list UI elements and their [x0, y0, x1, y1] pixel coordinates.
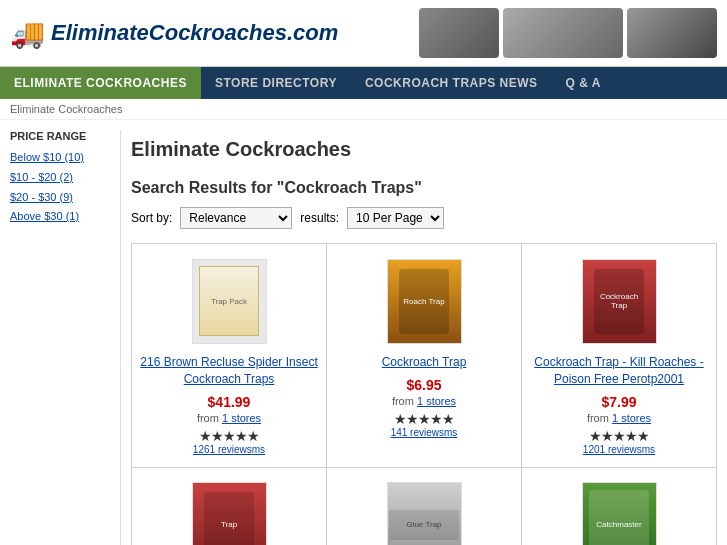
- product-image-3: Cockroach Trap: [579, 256, 659, 346]
- product-reviews-2[interactable]: 141 reviewsms: [391, 427, 458, 438]
- search-title: Search Results for "Cockroach Traps": [131, 179, 717, 197]
- product-from-3: from 1 stores: [587, 412, 651, 424]
- product-image-1: Trap Pack: [189, 256, 269, 346]
- product-price-2: $6.95: [406, 377, 441, 393]
- product-stores-link-3[interactable]: 1 stores: [612, 412, 651, 424]
- breadcrumb-link[interactable]: Eliminate Cockroaches: [10, 103, 123, 115]
- price-filter-below10[interactable]: Below $10 (10): [10, 148, 120, 168]
- sidebar: PRICE RANGE Below $10 (10) $10 - $20 (2)…: [10, 130, 120, 545]
- results-select[interactable]: 10 Per Page20 Per Page50 Per Page: [347, 207, 444, 229]
- product-stars-2: ★★★★★: [394, 411, 454, 427]
- product-cell-2: Roach Trap Cockroach Trap $6.95 from 1 s…: [327, 244, 522, 468]
- product-cell-5: Glue Trap Cockroach Glue Trap $3.49 from…: [327, 468, 522, 545]
- sort-select[interactable]: RelevancePrice Low-HighPrice High-LowRat…: [180, 207, 292, 229]
- sort-label: Sort by:: [131, 211, 172, 225]
- sort-bar: Sort by: RelevancePrice Low-HighPrice Hi…: [131, 207, 717, 229]
- product-grid: Trap Pack 216 Brown Recluse Spider Insec…: [131, 243, 717, 545]
- product-from-1: from 1 stores: [197, 412, 261, 424]
- product-img-box-3: Cockroach Trap: [582, 259, 657, 344]
- page-title: Eliminate Cockroaches: [131, 130, 717, 169]
- product-name-3[interactable]: Cockroach Trap - Kill Roaches - Poison F…: [530, 354, 708, 388]
- product-img-box-1: Trap Pack: [192, 259, 267, 344]
- product-stars-3: ★★★★★: [589, 428, 649, 444]
- price-filter-10-20[interactable]: $10 - $20 (2): [10, 168, 120, 188]
- search-results-content: Eliminate Cockroaches Search Results for…: [120, 130, 717, 545]
- sidebar-title: PRICE RANGE: [10, 130, 120, 142]
- product-cell-4: Trap Cockroach Trap Roach Killer $5.99 f…: [132, 468, 327, 545]
- product-img-box-2: Roach Trap: [387, 259, 462, 344]
- truck-icon: 🚚: [10, 17, 45, 50]
- nav-item-store[interactable]: STORE DIRECTORY: [201, 67, 351, 99]
- product-price-3: $7.99: [601, 394, 636, 410]
- main-content: PRICE RANGE Below $10 (10) $10 - $20 (2)…: [0, 120, 727, 545]
- product-stores-link-2[interactable]: 1 stores: [417, 395, 456, 407]
- product-cell-3: Cockroach Trap Cockroach Trap - Kill Roa…: [522, 244, 717, 468]
- product-img-box-5: Glue Trap: [387, 482, 462, 545]
- header-images: [419, 8, 717, 58]
- nav-item-eliminate[interactable]: ELIMINATE COCKROACHES: [0, 67, 201, 99]
- header-img-1: [419, 8, 499, 58]
- header-img-2: [503, 8, 623, 58]
- product-img-box-6: Catchmaster: [582, 482, 657, 545]
- nav-item-news[interactable]: COCKROACH TRAPS NEWS: [351, 67, 552, 99]
- product-image-2: Roach Trap: [384, 256, 464, 346]
- results-label: results:: [300, 211, 339, 225]
- product-cell-1: Trap Pack 216 Brown Recluse Spider Insec…: [132, 244, 327, 468]
- price-filter-20-30[interactable]: $20 - $30 (9): [10, 188, 120, 208]
- product-from-2: from 1 stores: [392, 395, 456, 407]
- site-name: EliminateCockroaches.com: [51, 20, 338, 46]
- product-img-box-4: Trap: [192, 482, 267, 545]
- product-image-5: Glue Trap: [384, 480, 464, 545]
- header-img-3: [627, 8, 717, 58]
- product-reviews-3[interactable]: 1201 reviewsms: [583, 444, 655, 455]
- product-stars-1: ★★★★★: [199, 428, 259, 444]
- product-name-1[interactable]: 216 Brown Recluse Spider Insect Cockroac…: [140, 354, 318, 388]
- product-cell-6: Catchmaster Catchmaster Roach Trap $4.99…: [522, 468, 717, 545]
- price-filter-above30[interactable]: Above $30 (1): [10, 207, 120, 227]
- product-image-6: Catchmaster: [579, 480, 659, 545]
- logo[interactable]: 🚚 EliminateCockroaches.com: [10, 17, 338, 50]
- product-price-1: $41.99: [208, 394, 251, 410]
- product-stores-link-1[interactable]: 1 stores: [222, 412, 261, 424]
- header: 🚚 EliminateCockroaches.com: [0, 0, 727, 67]
- nav-item-qa[interactable]: Q & A: [552, 67, 615, 99]
- breadcrumb: Eliminate Cockroaches: [0, 99, 727, 120]
- product-name-2[interactable]: Cockroach Trap: [382, 354, 467, 371]
- product-reviews-1[interactable]: 1261 reviewsms: [193, 444, 265, 455]
- nav-bar: ELIMINATE COCKROACHES STORE DIRECTORY CO…: [0, 67, 727, 99]
- product-image-4: Trap: [189, 480, 269, 545]
